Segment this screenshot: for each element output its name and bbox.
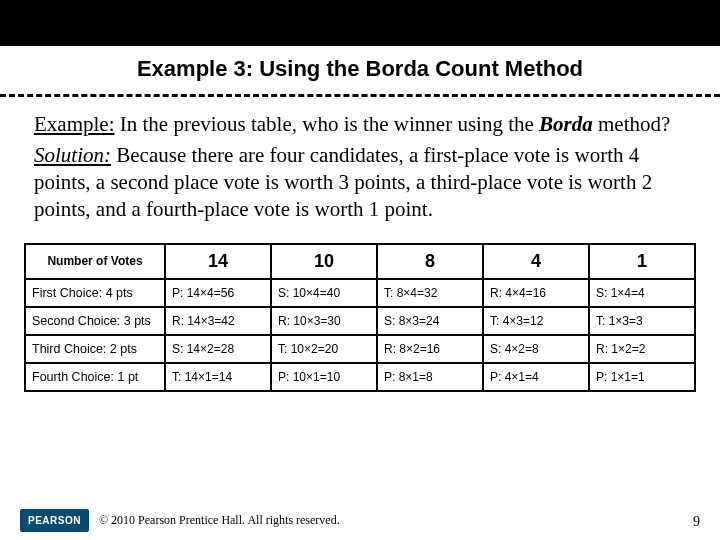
page-number: 9 <box>693 514 700 530</box>
header-col-1: 10 <box>271 244 377 279</box>
example-paragraph: Example: In the previous table, who is t… <box>34 111 686 138</box>
example-text: In the previous table, who is the winner… <box>114 112 539 136</box>
copyright-text: © 2010 Pearson Prentice Hall. All rights… <box>99 513 340 528</box>
cell: R: 8×2=16 <box>377 335 483 363</box>
cell: R: 4×4=16 <box>483 279 589 307</box>
example-tail: method? <box>593 112 671 136</box>
cell: T: 1×3=3 <box>589 307 695 335</box>
borda-table: Number of Votes 14 10 8 4 1 First Choice… <box>24 243 696 392</box>
solution-label: Solution: <box>34 143 111 167</box>
header-col-2: 8 <box>377 244 483 279</box>
cell: S: 10×4=40 <box>271 279 377 307</box>
table-row: Third Choice: 2 pts S: 14×2=28 T: 10×2=2… <box>25 335 695 363</box>
table-header-row: Number of Votes 14 10 8 4 1 <box>25 244 695 279</box>
cell: R: 14×3=42 <box>165 307 271 335</box>
header-col-0: 14 <box>165 244 271 279</box>
cell: S: 8×3=24 <box>377 307 483 335</box>
row-label: Fourth Choice: 1 pt <box>25 363 165 391</box>
solution-paragraph: Solution: Because there are four candida… <box>34 142 686 223</box>
table-row: First Choice: 4 pts P: 14×4=56 S: 10×4=4… <box>25 279 695 307</box>
cell: P: 1×1=1 <box>589 363 695 391</box>
borda-word: Borda <box>539 112 593 136</box>
cell: P: 8×1=8 <box>377 363 483 391</box>
table-row: Fourth Choice: 1 pt T: 14×1=14 P: 10×1=1… <box>25 363 695 391</box>
slide-title: Example 3: Using the Borda Count Method <box>0 46 720 90</box>
cell: T: 10×2=20 <box>271 335 377 363</box>
cell: P: 14×4=56 <box>165 279 271 307</box>
header-col-4: 1 <box>589 244 695 279</box>
pearson-logo: PEARSON <box>20 509 89 532</box>
body-text: Example: In the previous table, who is t… <box>0 107 720 237</box>
divider-dashes <box>0 94 720 97</box>
row-label: Third Choice: 2 pts <box>25 335 165 363</box>
cell: R: 10×3=30 <box>271 307 377 335</box>
solution-text: Because there are four candidates, a fir… <box>34 143 652 221</box>
row-label: First Choice: 4 pts <box>25 279 165 307</box>
cell: T: 4×3=12 <box>483 307 589 335</box>
example-label: Example: <box>34 112 114 136</box>
footer: PEARSON © 2010 Pearson Prentice Hall. Al… <box>0 509 720 532</box>
cell: T: 8×4=32 <box>377 279 483 307</box>
row-label: Second Choice: 3 pts <box>25 307 165 335</box>
cell: R: 1×2=2 <box>589 335 695 363</box>
header-col-3: 4 <box>483 244 589 279</box>
cell: S: 4×2=8 <box>483 335 589 363</box>
table-wrapper: Number of Votes 14 10 8 4 1 First Choice… <box>0 237 720 392</box>
cell: S: 14×2=28 <box>165 335 271 363</box>
cell: P: 10×1=10 <box>271 363 377 391</box>
top-banner <box>0 0 720 46</box>
table-row: Second Choice: 3 pts R: 14×3=42 R: 10×3=… <box>25 307 695 335</box>
cell: S: 1×4=4 <box>589 279 695 307</box>
header-label: Number of Votes <box>25 244 165 279</box>
cell: T: 14×1=14 <box>165 363 271 391</box>
cell: P: 4×1=4 <box>483 363 589 391</box>
